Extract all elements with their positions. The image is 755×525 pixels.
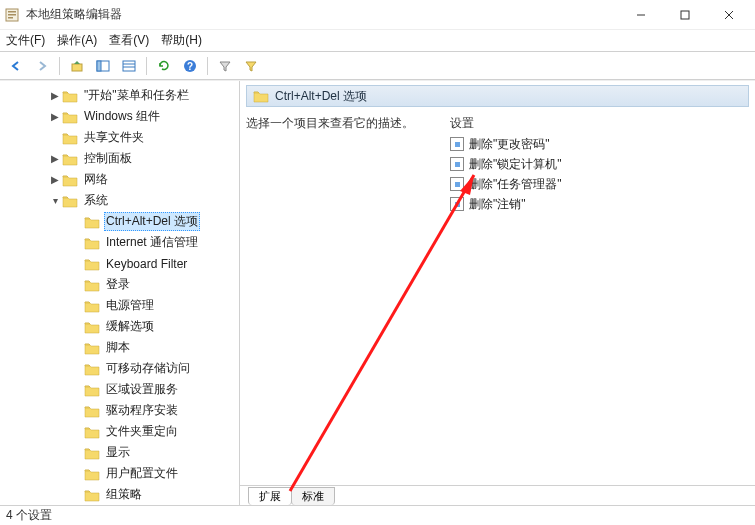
toolbar-separator: [59, 57, 60, 75]
toolbar-separator: [146, 57, 147, 75]
column-header-setting[interactable]: 设置: [446, 113, 749, 134]
folder-icon: [84, 404, 100, 418]
tree-item-label: 系统: [82, 192, 110, 209]
status-bar: 4 个设置: [0, 505, 755, 525]
setting-item[interactable]: 删除"更改密码": [446, 134, 749, 154]
tree-item-label: 文件夹重定向: [104, 423, 180, 440]
menu-help[interactable]: 帮助(H): [161, 32, 202, 49]
filter-options-button[interactable]: [239, 55, 263, 77]
tree-item-label: 显示: [104, 444, 132, 461]
status-text: 4 个设置: [6, 507, 52, 524]
tree-item-label: 电源管理: [104, 297, 156, 314]
toolbar-separator: [207, 57, 208, 75]
up-button[interactable]: [65, 55, 89, 77]
tab-extended[interactable]: 扩展: [248, 487, 292, 505]
tab-standard[interactable]: 标准: [291, 487, 335, 505]
tree-item-label: Keyboard Filter: [104, 257, 189, 271]
tree-item[interactable]: ▾系统: [2, 190, 237, 211]
tool-bar: ?: [0, 52, 755, 80]
svg-rect-10: [97, 61, 101, 71]
main-area: ▶"开始"菜单和任务栏▶Windows 组件共享文件夹▶控制面板▶网络▾系统Ct…: [0, 80, 755, 505]
folder-icon: [84, 320, 100, 334]
tree-item[interactable]: 驱动程序安装: [2, 400, 237, 421]
tree-item[interactable]: 组策略: [2, 484, 237, 505]
content-body: 选择一个项目来查看它的描述。 设置 删除"更改密码"删除"锁定计算机"删除"任务…: [240, 113, 755, 485]
tree-item[interactable]: 可移动存储访问: [2, 358, 237, 379]
folder-icon: [84, 236, 100, 250]
tree-twisty-icon[interactable]: ▾: [48, 195, 62, 206]
tree-item[interactable]: ▶网络: [2, 169, 237, 190]
list-button[interactable]: [117, 55, 141, 77]
svg-rect-8: [72, 64, 82, 71]
tree-item[interactable]: ▶"开始"菜单和任务栏: [2, 85, 237, 106]
svg-rect-2: [8, 14, 16, 16]
folder-icon: [62, 194, 78, 208]
folder-icon: [62, 89, 78, 103]
tree-item[interactable]: ▶控制面板: [2, 148, 237, 169]
tree-item[interactable]: 显示: [2, 442, 237, 463]
svg-rect-11: [123, 61, 135, 71]
tree-item[interactable]: 脚本: [2, 337, 237, 358]
back-button[interactable]: [4, 55, 28, 77]
menu-action[interactable]: 操作(A): [57, 32, 97, 49]
tree-twisty-icon[interactable]: ▶: [48, 174, 62, 185]
tree-item[interactable]: Internet 通信管理: [2, 232, 237, 253]
tree-item-label: 可移动存储访问: [104, 360, 192, 377]
tree-item[interactable]: 文件夹重定向: [2, 421, 237, 442]
setting-item[interactable]: 删除"锁定计算机": [446, 154, 749, 174]
tree-item[interactable]: 共享文件夹: [2, 127, 237, 148]
tree-twisty-icon[interactable]: ▶: [48, 153, 62, 164]
tree-item-label: 驱动程序安装: [104, 402, 180, 419]
tree-twisty-icon[interactable]: ▶: [48, 111, 62, 122]
policy-icon: [450, 157, 464, 171]
tree-pane[interactable]: ▶"开始"菜单和任务栏▶Windows 组件共享文件夹▶控制面板▶网络▾系统Ct…: [0, 81, 240, 505]
folder-icon: [84, 362, 100, 376]
forward-button[interactable]: [30, 55, 54, 77]
menu-bar: 文件(F) 操作(A) 查看(V) 帮助(H): [0, 30, 755, 52]
policy-icon: [450, 137, 464, 151]
tree-item[interactable]: ▶Windows 组件: [2, 106, 237, 127]
tree-twisty-icon[interactable]: ▶: [48, 90, 62, 101]
tree-item[interactable]: 用户配置文件: [2, 463, 237, 484]
maximize-button[interactable]: [663, 1, 707, 29]
folder-icon: [62, 152, 78, 166]
help-button[interactable]: ?: [178, 55, 202, 77]
tree-item-label: Ctrl+Alt+Del 选项: [104, 212, 200, 231]
filter-button[interactable]: [213, 55, 237, 77]
tree-item[interactable]: 登录: [2, 274, 237, 295]
setting-label: 删除"注销": [469, 196, 526, 213]
tree-item-label: 网络: [82, 171, 110, 188]
folder-icon: [62, 173, 78, 187]
description-text: 选择一个项目来查看它的描述。: [246, 113, 446, 485]
tabs-bar: 扩展 标准: [240, 485, 755, 505]
folder-icon: [84, 488, 100, 502]
svg-text:?: ?: [187, 60, 193, 71]
refresh-button[interactable]: [152, 55, 176, 77]
tree-item-label: 脚本: [104, 339, 132, 356]
folder-icon: [84, 341, 100, 355]
svg-rect-3: [8, 17, 13, 19]
folder-icon: [84, 467, 100, 481]
content-pane: Ctrl+Alt+Del 选项 选择一个项目来查看它的描述。 设置 删除"更改密…: [240, 81, 755, 505]
setting-label: 删除"锁定计算机": [469, 156, 562, 173]
minimize-button[interactable]: [619, 1, 663, 29]
tree-item[interactable]: Ctrl+Alt+Del 选项: [2, 211, 237, 232]
tree-item[interactable]: 缓解选项: [2, 316, 237, 337]
tree-item[interactable]: 电源管理: [2, 295, 237, 316]
tree-item[interactable]: Keyboard Filter: [2, 253, 237, 274]
show-hide-tree-button[interactable]: [91, 55, 115, 77]
folder-icon: [84, 446, 100, 460]
tree-item-label: 控制面板: [82, 150, 134, 167]
tree-item-label: 用户配置文件: [104, 465, 180, 482]
tree-item-label: Internet 通信管理: [104, 234, 200, 251]
close-button[interactable]: [707, 1, 751, 29]
tree-item[interactable]: 区域设置服务: [2, 379, 237, 400]
setting-item[interactable]: 删除"注销": [446, 194, 749, 214]
tree-item-label: 组策略: [104, 486, 144, 503]
menu-file[interactable]: 文件(F): [6, 32, 45, 49]
title-bar: 本地组策略编辑器: [0, 0, 755, 30]
settings-list: 设置 删除"更改密码"删除"锁定计算机"删除"任务管理器"删除"注销": [446, 113, 749, 485]
menu-view[interactable]: 查看(V): [109, 32, 149, 49]
folder-icon: [84, 257, 100, 271]
setting-item[interactable]: 删除"任务管理器": [446, 174, 749, 194]
